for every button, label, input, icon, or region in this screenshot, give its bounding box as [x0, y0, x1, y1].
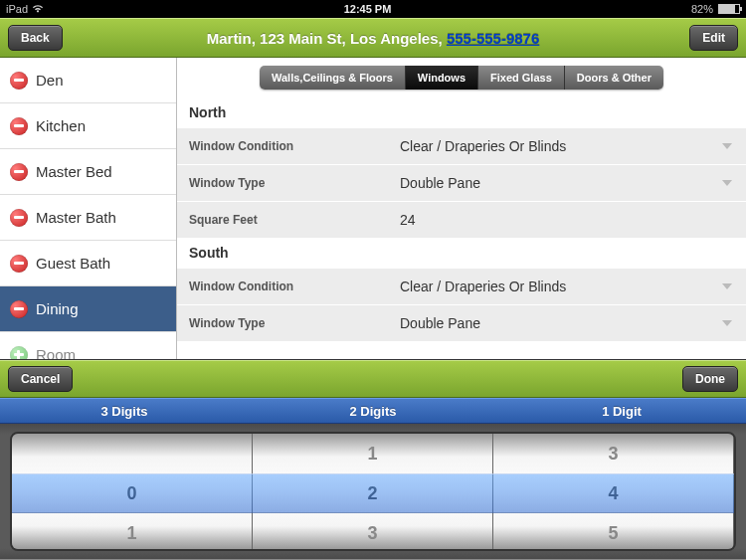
row-window-condition[interactable]: Window Condition Clear / Draperies Or Bl… — [177, 127, 746, 164]
row-label: Window Condition — [177, 139, 400, 153]
wheel-item: 3 — [493, 434, 733, 473]
app-header: Back Martin, 123 Main St, Los Angeles, 5… — [0, 18, 746, 58]
done-button[interactable]: Done — [682, 366, 738, 392]
row-label: Square Feet — [177, 213, 400, 227]
device-label: iPad — [6, 3, 28, 15]
tab-doors-other[interactable]: Doors & Other — [565, 66, 663, 90]
chevron-down-icon — [722, 320, 732, 326]
minus-icon — [10, 300, 28, 318]
sidebar-item-label: Den — [36, 72, 64, 89]
row-window-type[interactable]: Window Type Double Pane — [177, 164, 746, 201]
sidebar-item-label: Kitchen — [36, 117, 86, 134]
minus-icon — [10, 255, 28, 273]
sidebar-item-master-bath[interactable]: Master Bath — [0, 195, 176, 241]
wheel-item: 3 — [253, 513, 492, 551]
wheel-item: 1 — [12, 513, 252, 551]
picker-column-headers: 3 Digits 2 Digits 1 Digit — [0, 398, 746, 424]
col-head-3digits: 3 Digits — [0, 399, 249, 423]
minus-icon — [10, 209, 28, 227]
picker-toolbar: Cancel Done — [0, 360, 746, 398]
wheel-item: 0 — [12, 473, 252, 513]
sidebar: Den Kitchen Master Bed Master Bath Guest… — [0, 58, 177, 359]
section-header-north: North — [177, 97, 746, 127]
chevron-down-icon — [722, 180, 732, 186]
status-time: 12:45 PM — [44, 3, 691, 15]
content-area: Walls,Ceilings & Floors Windows Fixed Gl… — [177, 58, 746, 359]
battery-icon — [718, 4, 740, 14]
row-square-feet[interactable]: Square Feet 24 — [177, 201, 746, 238]
status-bar: iPad 12:45 PM 82% — [0, 0, 746, 18]
col-head-1digit: 1 Digit — [497, 399, 746, 423]
col-head-2digits: 2 Digits — [249, 399, 497, 423]
title-text: Martin, 123 Main St, Los Angeles, — [207, 30, 447, 47]
row-label: Window Condition — [177, 280, 400, 293]
edit-button[interactable]: Edit — [689, 25, 738, 51]
wifi-icon — [32, 4, 44, 14]
tab-walls[interactable]: Walls,Ceilings & Floors — [260, 66, 406, 90]
wheel-item: 1 — [253, 434, 492, 473]
cancel-button[interactable]: Cancel — [8, 366, 73, 392]
tab-windows[interactable]: Windows — [406, 66, 478, 90]
row-label: Window Type — [177, 316, 400, 330]
wheel-2digits[interactable]: 1 2 3 — [253, 434, 493, 549]
row-value: Double Pane — [400, 175, 746, 191]
wheel-item — [12, 434, 252, 473]
sidebar-item-master-bed[interactable]: Master Bed — [0, 149, 176, 195]
sidebar-item-den[interactable]: Den — [0, 58, 176, 103]
row-label: Window Type — [177, 176, 400, 190]
wheel-1digit[interactable]: 3 4 5 — [493, 434, 734, 549]
sidebar-item-label: Dining — [36, 300, 79, 317]
minus-icon — [10, 72, 28, 90]
sidebar-item-kitchen[interactable]: Kitchen — [0, 103, 176, 149]
number-picker-panel: Cancel Done 3 Digits 2 Digits 1 Digit 0 … — [0, 359, 746, 560]
row-value: Clear / Draperies Or Blinds — [400, 279, 746, 294]
tab-bar: Walls,Ceilings & Floors Windows Fixed Gl… — [177, 58, 746, 97]
section-header-south: South — [177, 238, 746, 268]
chevron-down-icon — [722, 143, 732, 149]
picker-wheels: 0 1 1 2 3 3 4 5 — [10, 432, 736, 551]
row-value: Clear / Draperies Or Blinds — [400, 138, 746, 154]
row-value: Double Pane — [400, 315, 746, 331]
row-window-type[interactable]: Window Type Double Pane — [177, 304, 746, 341]
back-button[interactable]: Back — [8, 25, 63, 51]
sidebar-item-label: Master Bath — [36, 209, 116, 226]
minus-icon — [10, 117, 28, 135]
wheel-item: 5 — [493, 513, 733, 551]
wheel-item: 4 — [493, 473, 733, 513]
chevron-down-icon — [722, 283, 732, 289]
wheel-3digits[interactable]: 0 1 — [12, 434, 253, 549]
tab-fixed-glass[interactable]: Fixed Glass — [478, 66, 565, 90]
phone-link[interactable]: 555-555-9876 — [447, 30, 539, 47]
row-window-condition[interactable]: Window Condition Clear / Draperies Or Bl… — [177, 268, 746, 304]
sidebar-item-dining[interactable]: Dining — [0, 286, 176, 332]
sidebar-item-label: Master Bed — [36, 163, 112, 180]
sidebar-item-label: Guest Bath — [36, 255, 110, 272]
minus-icon — [10, 163, 28, 181]
page-title: Martin, 123 Main St, Los Angeles, 555-55… — [207, 30, 540, 47]
battery-percent: 82% — [691, 3, 713, 15]
sidebar-item-guest-bath[interactable]: Guest Bath — [0, 241, 176, 286]
row-value: 24 — [400, 212, 746, 228]
wheel-item: 2 — [253, 473, 492, 513]
